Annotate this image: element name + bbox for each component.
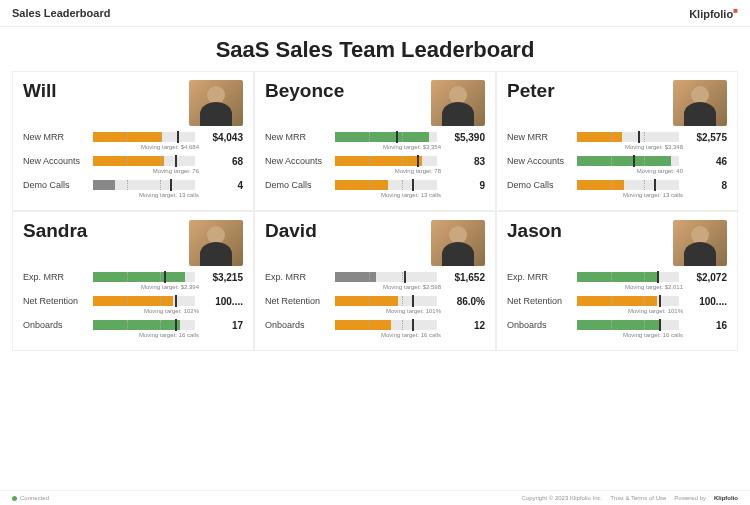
metric-row: Demo Calls 8 Moving target: 13 calls xyxy=(507,180,727,198)
bar-tick xyxy=(160,320,161,330)
avatar xyxy=(431,80,485,126)
metric-value: $5,390 xyxy=(443,132,485,143)
metric-value: 16 xyxy=(685,320,727,331)
bar-tick xyxy=(402,272,403,282)
metric-value: $4,043 xyxy=(201,132,243,143)
bar-target-marker xyxy=(404,271,406,283)
bar-tick xyxy=(402,296,403,306)
avatar xyxy=(673,80,727,126)
bar-tick xyxy=(402,132,403,142)
metric-label: Demo Calls xyxy=(265,180,329,190)
person-card: Jason Exp. MRR $2,072 Moving target: $2,… xyxy=(496,211,738,351)
metric-value: 83 xyxy=(443,156,485,167)
metric-label: Exp. MRR xyxy=(265,272,329,282)
progress-bar xyxy=(93,272,195,282)
person-card: Beyonce New MRR $5,390 Moving target: $3… xyxy=(254,71,496,211)
bar-tick xyxy=(127,272,128,282)
metric-row: New MRR $4,043 Moving target: $4,684 xyxy=(23,132,243,150)
bar-target-marker xyxy=(638,131,640,143)
bar-fill xyxy=(577,320,659,330)
bar-fill xyxy=(577,156,671,166)
page-title: Sales Leaderboard xyxy=(12,7,110,19)
metric-value: 17 xyxy=(201,320,243,331)
bar-tick xyxy=(644,132,645,142)
bar-fill xyxy=(335,320,391,330)
person-name: Sandra xyxy=(23,220,87,242)
person-name: Will xyxy=(23,80,57,102)
metric-row: New MRR $2,575 Moving target: $3,348 xyxy=(507,132,727,150)
metric-label: New MRR xyxy=(23,132,87,142)
progress-bar xyxy=(335,180,437,190)
metric-target-text: Moving target: $4,684 xyxy=(23,144,243,150)
brand-logo[interactable]: Klipfolio■ xyxy=(689,6,738,20)
bar-target-marker xyxy=(659,319,661,331)
leaderboard-grid: Will New MRR $4,043 Moving target: $4,68… xyxy=(0,71,750,351)
bar-tick xyxy=(402,320,403,330)
metric-target-text: Moving target: 13 calls xyxy=(23,192,243,198)
metric-label: New Accounts xyxy=(507,156,571,166)
metric-value: 100.... xyxy=(685,296,727,307)
metric-target-text: Moving target: 40 xyxy=(507,168,727,174)
bar-fill xyxy=(577,272,659,282)
metric-target-text: Moving target: 16 calls xyxy=(23,332,243,338)
progress-bar xyxy=(577,296,679,306)
bar-tick xyxy=(611,180,612,190)
metric-label: New Accounts xyxy=(23,156,87,166)
footer-brand[interactable]: Klipfolio xyxy=(714,495,738,501)
metric-target-text: Moving target: 13 calls xyxy=(265,192,485,198)
metric-label: Demo Calls xyxy=(507,180,571,190)
bar-tick xyxy=(644,296,645,306)
metric-row: New Accounts 83 Moving target: 78 xyxy=(265,156,485,174)
progress-bar xyxy=(335,156,437,166)
bar-target-marker xyxy=(396,131,398,143)
metric-row: Onboards 17 Moving target: 16 calls xyxy=(23,320,243,338)
metric-target-text: Moving target: $2,598 xyxy=(265,284,485,290)
metric-label: Onboards xyxy=(507,320,571,330)
bar-tick xyxy=(402,180,403,190)
metric-target-text: Moving target: 76 xyxy=(23,168,243,174)
bar-tick xyxy=(369,132,370,142)
bar-tick xyxy=(611,156,612,166)
bar-target-marker xyxy=(412,295,414,307)
metric-target-text: Moving target: 16 calls xyxy=(265,332,485,338)
metric-row: Demo Calls 9 Moving target: 13 calls xyxy=(265,180,485,198)
bar-tick xyxy=(127,180,128,190)
bar-tick xyxy=(160,272,161,282)
metric-row: Exp. MRR $3,215 Moving target: $2,394 xyxy=(23,272,243,290)
bar-tick xyxy=(611,132,612,142)
copyright-text: Copyright © 2023 Klipfolio Inc. xyxy=(521,495,602,501)
bar-tick xyxy=(127,132,128,142)
bar-tick xyxy=(644,180,645,190)
bar-target-marker xyxy=(175,295,177,307)
avatar xyxy=(431,220,485,266)
bar-fill xyxy=(335,132,429,142)
metric-value: $3,215 xyxy=(201,272,243,283)
metric-row: Onboards 16 Moving target: 16 calls xyxy=(507,320,727,338)
metric-label: Net Retention xyxy=(23,296,87,306)
metric-row: New Accounts 46 Moving target: 40 xyxy=(507,156,727,174)
terms-link[interactable]: Trust & Terms of Use xyxy=(610,495,666,501)
metric-value: 4 xyxy=(201,180,243,191)
metric-label: New MRR xyxy=(507,132,571,142)
metric-target-text: Moving target: 102% xyxy=(23,308,243,314)
app-header: Sales Leaderboard Klipfolio■ xyxy=(0,0,750,27)
progress-bar xyxy=(335,296,437,306)
bar-tick xyxy=(160,180,161,190)
bar-fill xyxy=(335,180,388,190)
bar-tick xyxy=(644,272,645,282)
person-card: Peter New MRR $2,575 Moving target: $3,3… xyxy=(496,71,738,211)
bar-tick xyxy=(611,296,612,306)
metric-label: Net Retention xyxy=(265,296,329,306)
bar-fill xyxy=(93,272,185,282)
metric-value: 68 xyxy=(201,156,243,167)
metric-value: $2,072 xyxy=(685,272,727,283)
bar-fill xyxy=(335,272,376,282)
person-card: Will New MRR $4,043 Moving target: $4,68… xyxy=(12,71,254,211)
bar-tick xyxy=(127,156,128,166)
metric-row: Net Retention 86.0% Moving target: 101% xyxy=(265,296,485,314)
progress-bar xyxy=(577,156,679,166)
metric-label: Onboards xyxy=(265,320,329,330)
bar-target-marker xyxy=(417,155,419,167)
bar-tick xyxy=(611,320,612,330)
progress-bar xyxy=(93,320,195,330)
